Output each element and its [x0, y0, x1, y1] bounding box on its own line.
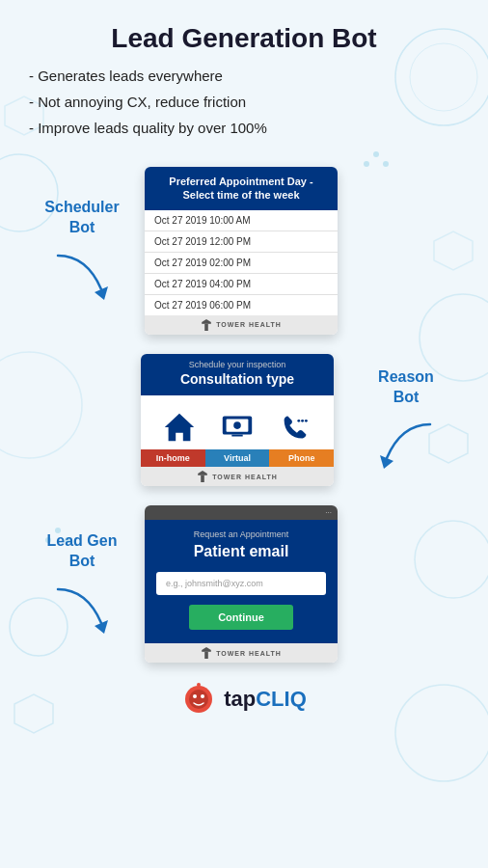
svg-point-26 — [233, 422, 241, 430]
leadgen-subtitle: Request an Appointment — [156, 529, 326, 539]
leadgen-body: Request an Appointment Patient email e.g… — [145, 520, 338, 643]
scheduler-bot-label: SchedulerBot — [44, 198, 119, 238]
svg-rect-31 — [201, 475, 204, 482]
consult-header: Schedule your inspection Consultation ty… — [141, 354, 334, 396]
svg-rect-32 — [198, 474, 207, 475]
continue-button[interactable]: Continue — [189, 605, 293, 630]
leadgen-topbar: ··· — [145, 505, 338, 520]
email-input[interactable]: e.g., johnsmith@xyz.com — [156, 572, 326, 595]
leadgen-widget: ··· Request an Appointment Patient email… — [145, 505, 338, 663]
tapcliq-footer: tapCLIQ — [19, 682, 469, 736]
svg-point-30 — [297, 420, 300, 422]
leadgen-arrow-icon — [48, 580, 116, 637]
leadgen-footer-text: TOWER HEALTH — [216, 650, 282, 657]
svg-rect-35 — [204, 652, 208, 659]
svg-marker-33 — [198, 471, 207, 474]
scheduler-slots: Oct 27 2019 10:00 AM Oct 27 2019 12:00 P… — [145, 210, 338, 315]
tapcliq-brand-text: tapCLIQ — [224, 687, 307, 712]
bullet-1: - Generates leads everywhere — [29, 66, 469, 86]
tower-health-icon — [201, 319, 212, 331]
slot-5[interactable]: Oct 27 2019 06:00 PM — [145, 295, 338, 315]
inhome-btn[interactable]: In-home — [141, 449, 205, 467]
svg-marker-37 — [202, 647, 211, 650]
tapcliq-logo-icon — [181, 682, 216, 717]
slot-4[interactable]: Oct 27 2019 04:00 PM — [145, 274, 338, 295]
reason-label-area: ReasonBot — [343, 367, 469, 474]
svg-point-39 — [189, 690, 208, 709]
scheduler-section: SchedulerBot Preferred Appointment Day -… — [19, 167, 469, 335]
consult-virtual-icon[interactable] — [208, 409, 266, 446]
tower-health-icon-3 — [201, 647, 212, 659]
svg-marker-21 — [202, 319, 211, 322]
leadgen-topbar-dots: ··· — [325, 508, 332, 517]
consult-title: Consultation type — [150, 370, 324, 388]
consult-labels-row: In-home Virtual Phone — [141, 449, 334, 467]
svg-point-29 — [305, 420, 308, 422]
svg-point-40 — [193, 694, 197, 698]
scheduler-header: Preferred Appointment Day - Select time … — [145, 167, 338, 210]
consult-phone-icon[interactable] — [266, 409, 324, 446]
page-title: Lead Generation Bot — [19, 23, 469, 54]
slot-3[interactable]: Oct 27 2019 02:00 PM — [145, 253, 338, 274]
leadgen-footer: TOWER HEALTH — [145, 643, 338, 663]
svg-rect-19 — [204, 323, 208, 330]
svg-rect-27 — [231, 435, 242, 437]
bullet-2: - Not annoying CX, reduce friction — [29, 92, 469, 112]
reason-arrow-icon — [372, 415, 440, 473]
scheduler-arrow-icon — [48, 246, 116, 304]
consult-icons-row — [141, 395, 334, 449]
tower-health-icon-2 — [197, 471, 208, 482]
reason-footer-text: TOWER HEALTH — [212, 474, 278, 480]
leadgen-label-area: Lead GenBot — [19, 531, 145, 637]
slot-1[interactable]: Oct 27 2019 10:00 AM — [145, 210, 338, 231]
virtual-btn[interactable]: Virtual — [205, 449, 270, 467]
leadgen-section: Lead GenBot ··· Request an Appointment P… — [19, 505, 469, 663]
phone-btn[interactable]: Phone — [269, 449, 334, 467]
leadgen-bot-label: Lead GenBot — [47, 531, 118, 572]
scheduler-label-area: SchedulerBot — [19, 198, 145, 304]
feature-list: - Generates leads everywhere - Not annoy… — [19, 66, 469, 138]
svg-point-41 — [201, 694, 204, 698]
reason-widget: Schedule your inspection Consultation ty… — [141, 354, 334, 487]
bullet-3: - Improve leads quality by over 100% — [29, 118, 469, 138]
svg-rect-36 — [202, 650, 211, 652]
scheduler-widget: Preferred Appointment Day - Select time … — [145, 167, 338, 335]
consult-inhome-icon[interactable] — [150, 409, 208, 446]
reason-footer: TOWER HEALTH — [141, 467, 334, 486]
scheduler-footer-text: TOWER HEALTH — [216, 321, 282, 328]
reason-section: ReasonBot Schedule your inspection Consu… — [19, 354, 469, 487]
scheduler-footer: TOWER HEALTH — [145, 315, 338, 335]
svg-point-43 — [197, 683, 201, 687]
leadgen-title: Patient email — [156, 543, 326, 560]
reason-bot-label: ReasonBot — [378, 367, 434, 408]
svg-marker-23 — [165, 414, 194, 442]
svg-rect-20 — [202, 322, 211, 324]
slot-2[interactable]: Oct 27 2019 12:00 PM — [145, 231, 338, 253]
svg-point-28 — [301, 420, 304, 422]
consult-subtitle: Schedule your inspection — [150, 360, 324, 371]
